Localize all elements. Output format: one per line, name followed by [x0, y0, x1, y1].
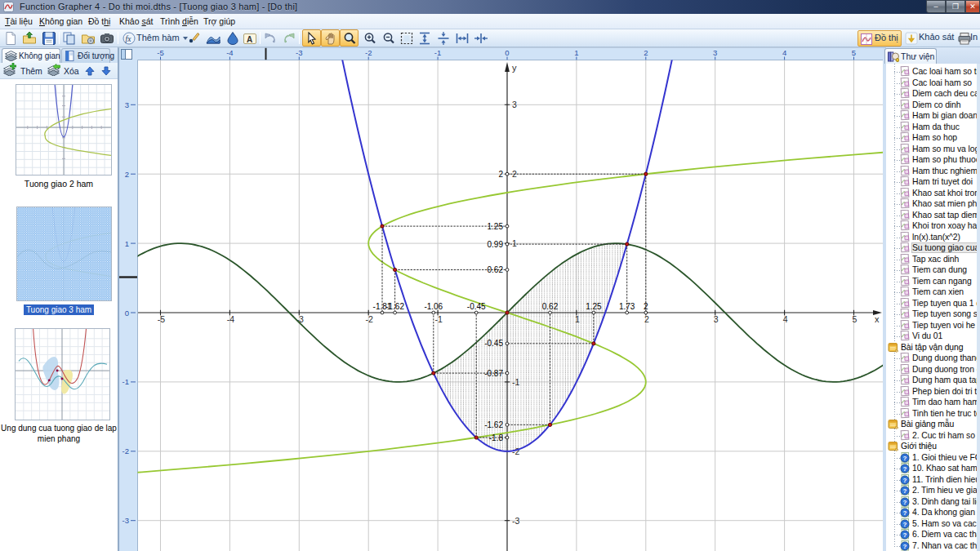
svg-text:-5: -5 — [157, 48, 163, 57]
svg-text:1.25: 1.25 — [586, 302, 602, 311]
svg-text:x: x — [875, 314, 880, 324]
svg-text:2: 2 — [644, 314, 649, 324]
svg-text:3: 3 — [714, 314, 719, 324]
svg-text:y: y — [512, 63, 517, 73]
svg-text:0.62: 0.62 — [488, 265, 504, 274]
svg-text:-0.45: -0.45 — [484, 339, 503, 348]
svg-text:-3: -3 — [122, 516, 129, 525]
svg-text:3: 3 — [512, 100, 517, 109]
svg-text:-3: -3 — [512, 516, 519, 526]
svg-text:-4: -4 — [226, 48, 233, 57]
svg-text:1: 1 — [512, 238, 517, 248]
svg-text:1: 1 — [125, 239, 129, 248]
svg-text:1.73: 1.73 — [619, 302, 635, 311]
svg-text:2: 2 — [125, 170, 129, 179]
svg-text:-1.06: -1.06 — [424, 302, 443, 311]
svg-text:-1: -1 — [512, 377, 519, 387]
svg-text:1: 1 — [575, 314, 580, 324]
svg-text:-0.45: -0.45 — [467, 302, 486, 311]
svg-text:3: 3 — [125, 100, 129, 109]
svg-text:fx: fx — [126, 35, 132, 43]
svg-text:5: 5 — [853, 314, 858, 324]
svg-text:-5: -5 — [158, 314, 165, 324]
svg-text:2: 2 — [498, 170, 503, 179]
svg-text:-2: -2 — [365, 48, 372, 57]
svg-text:-0.87: -0.87 — [484, 369, 503, 378]
svg-text:-2: -2 — [366, 314, 373, 324]
svg-text:2: 2 — [644, 48, 648, 57]
svg-text:0: 0 — [125, 309, 129, 318]
svg-text:-1: -1 — [434, 48, 441, 57]
svg-text:-1: -1 — [434, 314, 442, 324]
svg-text:-4: -4 — [227, 314, 234, 324]
svg-text:-2: -2 — [122, 447, 129, 455]
svg-text:1.25: 1.25 — [488, 222, 504, 231]
svg-text:-1.62: -1.62 — [385, 302, 404, 311]
svg-text:0.99: 0.99 — [488, 240, 504, 249]
svg-text:-3: -3 — [296, 48, 302, 57]
svg-text:4: 4 — [782, 48, 786, 57]
svg-text:A: A — [247, 35, 252, 44]
svg-text:-1.62: -1.62 — [484, 420, 503, 429]
svg-text:-1: -1 — [122, 377, 129, 386]
svg-text:5: 5 — [852, 48, 856, 57]
svg-text:1: 1 — [574, 48, 578, 57]
svg-text:4: 4 — [783, 314, 788, 324]
svg-text:2: 2 — [644, 302, 648, 311]
svg-text:0.62: 0.62 — [542, 302, 559, 311]
svg-text:-1.8: -1.8 — [489, 433, 504, 442]
svg-text:3: 3 — [713, 48, 717, 57]
svg-text:0: 0 — [505, 48, 509, 57]
